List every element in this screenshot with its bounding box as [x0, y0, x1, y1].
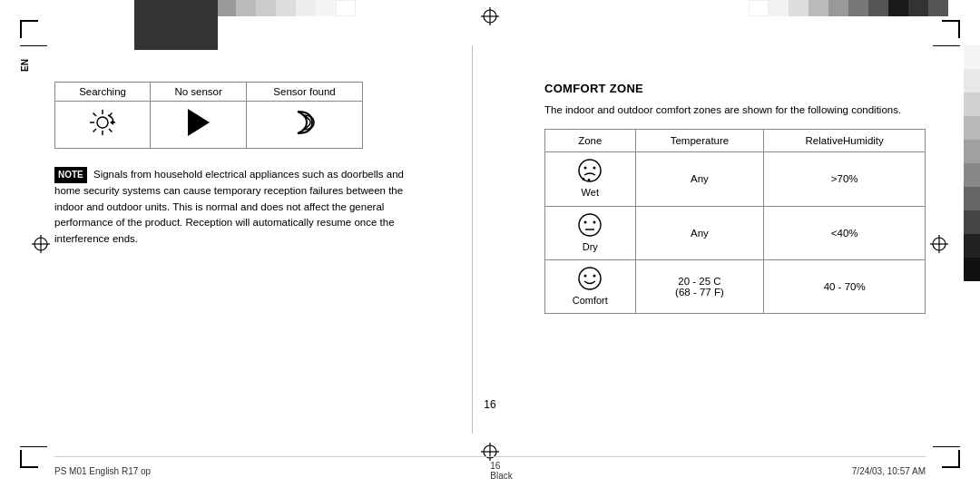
svg-point-31 [584, 275, 587, 278]
zone-cell-comfort: Comfort [545, 260, 636, 314]
reg-line-tr [933, 45, 960, 46]
right-column: COMFORT ZONE The indoor and outdoor comf… [544, 82, 926, 314]
reg-line-tl [20, 45, 47, 46]
humidity-dry: <40% [764, 206, 926, 259]
zone-label-comfort: Comfort [573, 295, 608, 306]
color-bar-right [749, 0, 948, 16]
svg-point-27 [584, 220, 587, 223]
svg-line-17 [93, 112, 97, 116]
svg-point-25 [593, 167, 596, 170]
svg-marker-22 [188, 109, 210, 136]
note-label: NOTE [54, 167, 87, 183]
svg-line-20 [93, 129, 97, 132]
main-content: Searching No sensor Sensor found [54, 54, 926, 443]
footer-center: 16 Black [490, 461, 512, 481]
dark-block [134, 0, 218, 50]
col-searching: Searching [55, 83, 151, 102]
gray-bar-right [964, 45, 980, 281]
comfort-zone-table: Zone Temperature RelativeHumidity [544, 129, 926, 314]
svg-point-12 [97, 117, 108, 128]
table-row-wet: Wet Any >70% [545, 152, 926, 206]
column-divider [472, 45, 473, 434]
icon-sensorfound [247, 102, 363, 149]
footer: PS M01 English R17 op 16 Black 7/24/03, … [54, 456, 926, 481]
zone-cell-wet: Wet [545, 152, 636, 206]
svg-point-24 [584, 167, 587, 170]
temp-dry: Any [635, 206, 764, 259]
comfort-zone-title: COMFORT ZONE [544, 82, 926, 95]
comfort-col-zone: Zone [545, 130, 636, 152]
humidity-wet: >70% [764, 152, 926, 206]
note-text: Signals from household electrical applia… [54, 169, 404, 244]
reg-line-bl [20, 446, 47, 447]
svg-line-18 [109, 129, 113, 132]
crosshair-left [32, 235, 50, 253]
humidity-comfort: 40 - 70% [764, 260, 926, 314]
svg-point-23 [579, 160, 601, 181]
comfort-zone-intro: The indoor and outdoor comfort zones are… [544, 102, 926, 118]
icon-nosensor [151, 102, 247, 149]
temp-comfort: 20 - 25 C (68 - 77 F) [635, 260, 764, 314]
page-number-center: 16 [484, 398, 495, 411]
svg-point-28 [593, 220, 596, 223]
corner-mark-br [942, 450, 960, 468]
svg-marker-21 [110, 120, 113, 125]
zone-label-dry: Dry [583, 241, 598, 252]
corner-mark-tr [942, 20, 960, 38]
zone-label-wet: Wet [582, 187, 599, 198]
svg-point-32 [593, 275, 596, 278]
footer-left: PS M01 English R17 op [54, 466, 151, 476]
note-section: NOTE Signals from household electrical a… [54, 167, 408, 248]
svg-point-30 [579, 268, 601, 289]
table-row-comfort: Comfort 20 - 25 C (68 - 77 F) 40 - 70% [545, 260, 926, 314]
icon-searching [55, 102, 151, 149]
left-column: Searching No sensor Sensor found [54, 82, 445, 248]
table-row-dry: Dry Any <40% [545, 206, 926, 259]
footer-right: 7/24/03, 10:57 AM [852, 466, 926, 476]
crosshair-top [481, 7, 499, 25]
language-label: EN [20, 59, 30, 72]
col-sensorfound: Sensor found [247, 83, 363, 102]
temp-wet: Any [635, 152, 764, 206]
zone-cell-dry: Dry [545, 206, 636, 259]
crosshair-right [930, 235, 948, 253]
comfort-col-temp: Temperature [635, 130, 764, 152]
sensor-status-table: Searching No sensor Sensor found [54, 82, 363, 149]
reg-line-br [933, 446, 960, 447]
col-nosensor: No sensor [151, 83, 247, 102]
corner-mark-tl [20, 20, 38, 38]
svg-point-26 [579, 214, 601, 236]
comfort-col-humidity: RelativeHumidity [764, 130, 926, 152]
corner-mark-bl [20, 450, 38, 468]
footer-color: Black [490, 471, 512, 481]
